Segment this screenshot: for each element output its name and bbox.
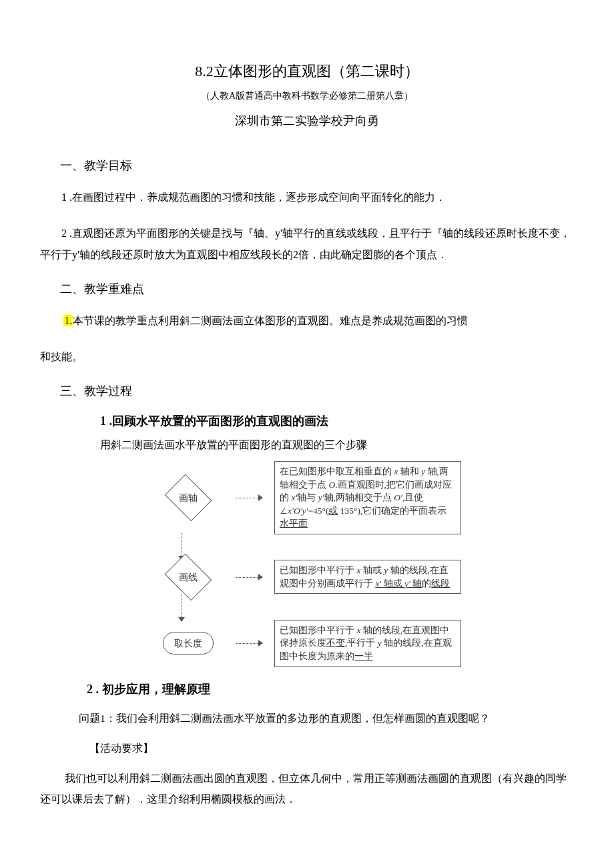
flow-desc: 已知图形中平行于 x 轴或 y 轴的线段,在直观图中分别画成平行于 x' 轴或 … xyxy=(274,560,461,594)
arrow-right-icon xyxy=(236,642,262,644)
flow-node-wrap: 画线 xyxy=(170,558,207,596)
section-heading-2: 二、教学重难点 xyxy=(60,280,574,298)
flow-node-axis: 画轴 xyxy=(165,474,212,522)
flow-row: 画轴 在已知图形中取互相垂直的 x 轴和 y 轴,两轴相交于点 O.画直观图时,… xyxy=(147,461,467,534)
section-heading-3: 三、教学过程 xyxy=(60,382,574,400)
subheading: 2 . 初步应用，理解原理 xyxy=(87,681,574,699)
flowchart: 画轴 在已知图形中取互相垂直的 x 轴和 y 轴,两轴相交于点 O.画直观图时,… xyxy=(147,461,467,667)
paragraph: 1 .在画图过程中．养成规范画图的习惯和技能，逐步形成空间向平面转化的能力． xyxy=(40,187,574,208)
activity-label: 【活动要求】 xyxy=(89,741,574,756)
paragraph: 我们也可以利用斜二测画法画出圆的直观图，但立体几何中，常用正等测画法画圆的直观图… xyxy=(40,768,574,809)
section-heading-1: 一、教学目标 xyxy=(60,157,574,175)
flow-node-wrap: 画轴 xyxy=(170,479,207,516)
question-label: 问题1：我们会利用斜二测画法画水平放置的多边形的直观图，但怎样画圆的直观图呢？ xyxy=(79,711,574,726)
doc-author: 深圳市第二实验学校尹向勇 xyxy=(40,112,574,130)
flow-node-col: 画线 xyxy=(153,558,224,596)
flow-node-length: 取长度 xyxy=(163,632,214,655)
paragraph: 2 .直观图还原为平面图形的关键是找与『轴、y'轴平行的直线或线段，且平行于『轴… xyxy=(40,223,574,266)
flow-node-label: 取长度 xyxy=(174,636,202,650)
flow-node-label: 画线 xyxy=(179,570,198,584)
doc-title: 8.2立体图形的直观图（第二课时） xyxy=(40,60,574,82)
paragraph: 1.本节课的教学重点利用斜二测画法画立体图形的直观图。难点是养成规范画图的习惯 xyxy=(40,310,574,332)
arrow-right-icon xyxy=(236,497,262,498)
subheading: 1 .回顾水平放置的平面图形的直观图的画法 xyxy=(100,412,574,430)
document-page: 8.2立体图形的直观图（第二课时） （人教A版普通高中教科书数学必修第二册第八章… xyxy=(0,0,614,868)
flow-node-col: 取长度 xyxy=(153,632,224,655)
flow-row: 取长度 已知图形中平行于 x 轴的线段,在直观图中保持原长度不变,平行于 y 轴… xyxy=(147,620,467,667)
paragraph: 和技能。 xyxy=(40,346,574,368)
arrow-right-icon xyxy=(236,576,262,578)
arrow-down-icon xyxy=(147,534,467,558)
doc-subtitle: （人教A版普通高中教科书数学必修第二册第八章） xyxy=(40,89,574,103)
arrow-down-icon xyxy=(147,596,467,620)
highlight: 1. xyxy=(63,315,73,326)
flow-node-label: 画轴 xyxy=(179,490,198,504)
flow-node-col: 画轴 xyxy=(153,479,224,516)
flow-node-line: 画线 xyxy=(165,553,212,600)
flow-row: 画线 已知图形中平行于 x 轴或 y 轴的线段,在直观图中分别画成平行于 x' … xyxy=(147,558,467,596)
flow-desc: 已知图形中平行于 x 轴的线段,在直观图中保持原长度不变,平行于 y 轴的线段,… xyxy=(274,620,461,667)
text: 2 .直观图还原为平面图形的关键是找与『轴、y'轴平行的直线或线段，且平行于『轴… xyxy=(40,228,571,260)
text: 本节课的教学重点利用斜二测画法画立体图形的直观图。难点是养成规范画图的习惯 xyxy=(73,315,468,326)
flow-desc: 在已知图形中取互相垂直的 x 轴和 y 轴,两轴相交于点 O.画直观图时,把它们… xyxy=(274,461,461,534)
steps-note: 用斜二测画法画水平放置的平面图形的直观图的三个步骤 xyxy=(100,437,574,453)
